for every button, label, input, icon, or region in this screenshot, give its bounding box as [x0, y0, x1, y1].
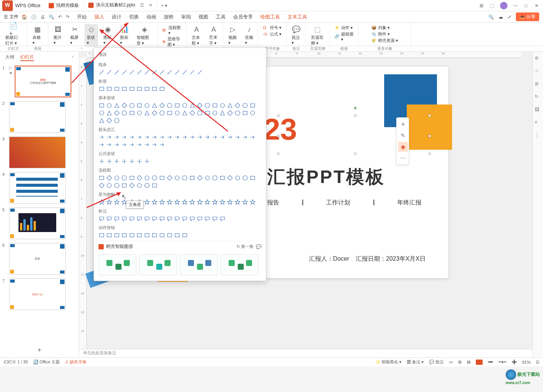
play-button[interactable]	[476, 360, 483, 365]
shape-option[interactable]	[106, 134, 112, 140]
ribbon-稻壳资源[interactable]: 🌾稻壳资源 ▾	[371, 38, 398, 43]
qat-btn-3[interactable]: 🔍	[49, 14, 54, 20]
shape-option[interactable]	[129, 158, 135, 164]
shape-option[interactable]	[159, 141, 165, 148]
shape-option[interactable]	[219, 175, 226, 181]
shape-option[interactable]	[212, 102, 218, 109]
shape-option[interactable]	[151, 134, 158, 140]
shape-option[interactable]	[159, 175, 165, 181]
shape-option[interactable]	[121, 182, 128, 189]
tab-menu-icon[interactable]: ☰	[140, 3, 144, 8]
shape-option[interactable]	[219, 110, 226, 116]
minimize-button[interactable]: —	[513, 3, 518, 8]
smart-graphic-thumb[interactable]	[139, 254, 177, 275]
menu-开始[interactable]: 开始	[77, 14, 87, 20]
shape-option[interactable]	[106, 69, 112, 75]
smart-graphic-thumb[interactable]	[180, 254, 218, 275]
shape-option[interactable]	[227, 199, 233, 205]
shape-option[interactable]	[151, 232, 158, 238]
shape-option[interactable]	[174, 110, 180, 116]
tab-slides[interactable]: 幻灯片	[20, 54, 34, 61]
shape-option[interactable]	[106, 232, 112, 238]
slide-thumb-6[interactable]: 6目录	[2, 243, 77, 275]
shape-option[interactable]	[159, 134, 165, 140]
slide-thumb-4[interactable]: 4	[2, 172, 77, 204]
shape-option[interactable]	[166, 134, 173, 140]
shape-option[interactable]	[129, 102, 135, 109]
rail-more-icon[interactable]: ⋮	[535, 132, 541, 139]
slide-thumb-2[interactable]: 2	[2, 101, 77, 133]
shape-option[interactable]	[182, 110, 188, 116]
cube-icon[interactable]: ⬚	[489, 3, 495, 8]
shape-option[interactable]	[159, 199, 165, 205]
shape-option[interactable]	[197, 215, 203, 222]
ribbon-表格[interactable]: ▦表格 ▾	[30, 24, 45, 46]
shape-option[interactable]	[129, 175, 135, 181]
tab-close-icon[interactable]: ✕	[149, 3, 152, 8]
shape-option[interactable]	[197, 175, 203, 181]
ribbon-批注[interactable]: 💬批注 ▾	[289, 24, 303, 46]
shape-option[interactable]	[234, 102, 241, 109]
shape-option[interactable]	[166, 215, 173, 222]
menu-工具[interactable]: 工具	[216, 14, 226, 20]
shape-option[interactable]	[98, 117, 105, 124]
shape-option[interactable]	[174, 232, 180, 238]
cloud-icon[interactable]: ☁	[498, 14, 503, 20]
shape-option[interactable]	[114, 199, 120, 205]
menu-放映[interactable]: 放映	[164, 14, 174, 20]
shape-option[interactable]	[174, 199, 180, 205]
shape-option[interactable]	[121, 86, 128, 92]
shape-option[interactable]	[98, 199, 105, 205]
shape-option[interactable]	[242, 199, 248, 205]
view-sorter-icon[interactable]: ⊞	[458, 360, 461, 364]
rail-settings-icon[interactable]: ⚙	[535, 55, 541, 62]
close-button[interactable]: ✕	[534, 3, 539, 8]
ribbon-文本框[interactable]: A文本框 ▾	[189, 24, 204, 47]
shape-option[interactable]	[114, 232, 120, 238]
shape-option[interactable]	[182, 232, 188, 238]
shape-option[interactable]	[212, 175, 218, 181]
menu-动画[interactable]: 动画	[146, 14, 156, 20]
shape-option[interactable]	[249, 199, 256, 205]
shape-option[interactable]	[204, 134, 211, 140]
shape-option[interactable]	[197, 69, 203, 75]
shape-option[interactable]	[234, 175, 241, 181]
ribbon-形状[interactable]: ◇形状 ▾	[85, 24, 98, 47]
qat-btn-4[interactable]: ↶	[58, 14, 62, 20]
chat-icon[interactable]: 💬	[256, 244, 262, 249]
shape-option[interactable]	[242, 102, 248, 109]
shape-option[interactable]	[114, 182, 120, 189]
file-menu[interactable]: ☰ 文件	[4, 14, 18, 20]
shape-option[interactable]	[136, 215, 143, 222]
shape-option[interactable]	[114, 134, 120, 140]
tab-templates[interactable]: 找稻壳模板	[44, 0, 84, 11]
menu-插入[interactable]: 插入	[94, 14, 104, 20]
shape-option[interactable]	[189, 110, 195, 116]
maximize-button[interactable]: □	[523, 3, 529, 8]
shape-option[interactable]	[98, 182, 105, 189]
ribbon-智能图形[interactable]: ◈智能图形 ▾	[134, 24, 154, 47]
shape-option[interactable]	[98, 175, 105, 181]
shape-option[interactable]	[121, 134, 128, 140]
notes-toggle[interactable]: ☰ 备注 ▾	[407, 359, 424, 365]
shape-option[interactable]	[121, 110, 128, 116]
shape-option[interactable]	[136, 175, 143, 181]
shape-option[interactable]	[212, 134, 218, 140]
shape-option[interactable]	[98, 215, 105, 222]
shape-option[interactable]	[98, 134, 105, 140]
shape-option[interactable]	[204, 199, 211, 205]
rail-image-icon[interactable]: 🖼	[535, 107, 541, 114]
shape-option[interactable]	[212, 110, 218, 116]
shape-option[interactable]	[227, 175, 233, 181]
shape-option[interactable]	[151, 215, 158, 222]
ribbon-艺术字[interactable]: A艺术字 ▾	[207, 24, 221, 47]
rail-refresh-icon[interactable]: ↻	[535, 94, 541, 101]
shape-option[interactable]	[189, 215, 195, 222]
fit-icon[interactable]: ⊡	[536, 360, 539, 364]
view-normal-icon[interactable]: ▭	[449, 360, 453, 364]
comments-toggle[interactable]: 💬 批注	[429, 359, 444, 365]
shape-option[interactable]	[106, 86, 112, 92]
shape-option[interactable]	[136, 158, 143, 164]
shape-option[interactable]	[204, 215, 211, 222]
shape-option[interactable]	[114, 141, 120, 148]
